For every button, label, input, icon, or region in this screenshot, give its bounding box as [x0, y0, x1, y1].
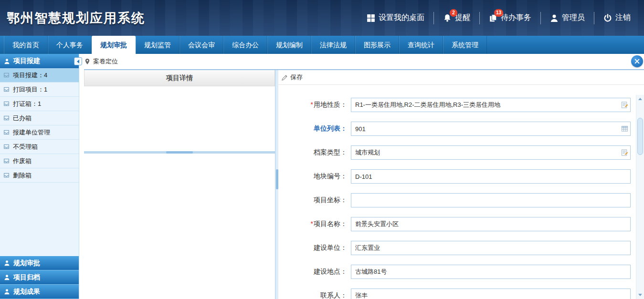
- reminders-button[interactable]: 2 提醒: [443, 13, 470, 23]
- chevron-left-icon: [77, 60, 79, 63]
- sidebar-item-deleted-box[interactable]: 删除箱: [0, 168, 79, 183]
- reminders-badge: 2: [450, 9, 457, 17]
- field-label-text: 联系人：: [320, 291, 347, 299]
- main-content: 案卷定位 项目详情: [79, 54, 644, 299]
- sidebar-section-planning-results[interactable]: 规划成果: [0, 285, 79, 299]
- sidebar-section-planning-approval[interactable]: 规划审批: [0, 256, 79, 270]
- desktop-grid-icon: [367, 14, 375, 22]
- sidebar-item-returned-projects[interactable]: 打回项目：1: [0, 82, 79, 97]
- set-desktop-label: 设置我的桌面: [379, 13, 424, 23]
- plot-number-label: 地块编号：: [278, 172, 351, 181]
- form-edit-icon[interactable]: [621, 102, 628, 109]
- table-select-icon[interactable]: [621, 125, 628, 133]
- archive-type-input[interactable]: [351, 145, 631, 160]
- logout-button[interactable]: 注销: [603, 13, 631, 23]
- scroll-down-button[interactable]: [636, 291, 644, 299]
- tab-query-statistics[interactable]: 查询统计: [399, 36, 443, 54]
- scrollbar-thumb[interactable]: [637, 118, 643, 155]
- field-label-text: 地块编号：: [314, 172, 347, 180]
- form-scrollbar[interactable]: [636, 95, 644, 299]
- project-detail-body: [84, 86, 275, 151]
- tab-meeting-review[interactable]: 会议会审: [179, 36, 223, 54]
- tab-graphic-display[interactable]: 图形展示: [355, 36, 399, 54]
- user-icon: [550, 14, 559, 22]
- form-edit-icon[interactable]: [621, 149, 628, 156]
- contact-person-input[interactable]: [351, 289, 631, 299]
- sidebar-section-label: 项目归档: [13, 273, 40, 282]
- project-detail-title: 项目详情: [84, 70, 275, 86]
- tab-planning-supervision[interactable]: 规划监管: [136, 36, 179, 54]
- todo-tasks-button[interactable]: 13 待办事务: [489, 13, 531, 23]
- tab-laws-regulations[interactable]: 法律法规: [311, 36, 355, 54]
- header-separator: [479, 12, 480, 24]
- sidebar-item-label: 报建单位管理: [13, 128, 50, 137]
- logout-label: 注销: [615, 13, 631, 23]
- plot-number-input[interactable]: [351, 169, 631, 184]
- app-header: 鄂州智慧规划应用系统 设置我的桌面 2 提醒 13: [0, 0, 644, 36]
- sidebar-item-label: 作废箱: [13, 157, 32, 165]
- arrow-down-icon: [638, 294, 642, 296]
- unit-list-label[interactable]: 单位列表：: [278, 124, 351, 133]
- tab-general-office[interactable]: 综合办公: [223, 36, 267, 54]
- project-detail-lower: [84, 154, 275, 299]
- form-row: 建设单位：: [278, 241, 631, 255]
- splitter-handle[interactable]: [166, 151, 193, 154]
- construction-unit-input[interactable]: [351, 241, 631, 255]
- construction-site-input[interactable]: [351, 265, 631, 279]
- sidebar-item-certificate-box[interactable]: 打证箱：1: [0, 97, 79, 111]
- close-icon[interactable]: [631, 55, 643, 67]
- contact-person-label: 联系人：: [278, 291, 351, 299]
- tab-system-management[interactable]: 系统管理: [443, 36, 487, 54]
- todo-tasks-badge: 13: [494, 9, 503, 17]
- sidebar: 项目报建 项目报建：4 打回项目：1 打证箱：1 已办箱 报建单位管理 不受理箱: [0, 54, 79, 299]
- sidebar-item-voided-box[interactable]: 作废箱: [0, 154, 79, 168]
- sidebar-item-not-accepted-box[interactable]: 不受理箱: [0, 140, 79, 154]
- sidebar-item-project-report-box[interactable]: 项目报建：4: [0, 68, 79, 82]
- field-label-text: 项目名称：: [314, 220, 347, 227]
- case-locate-toolbar: 案卷定位: [84, 54, 644, 70]
- header-separator: [433, 12, 434, 24]
- tray-icon: [3, 144, 10, 150]
- collapse-sidebar-button[interactable]: [74, 57, 82, 65]
- sidebar-header-project-report[interactable]: 项目报建: [0, 54, 79, 68]
- app-window: 鄂州智慧规划应用系统 设置我的桌面 2 提醒 13: [0, 0, 644, 299]
- todo-tasks-label: 待办事务: [501, 13, 531, 23]
- header-actions: 设置我的桌面 2 提醒 13 待办事务: [367, 12, 644, 24]
- land-use-label: *用地性质：: [278, 101, 351, 109]
- form-row: 档案类型：: [278, 145, 631, 160]
- save-button[interactable]: 保存: [281, 73, 303, 82]
- project-coordinates-input[interactable]: [351, 193, 631, 207]
- vertical-splitter[interactable]: [275, 70, 278, 299]
- field-label-text: 建设单位：: [314, 244, 347, 251]
- scroll-up-button[interactable]: [636, 95, 644, 103]
- project-name-input[interactable]: [351, 217, 631, 231]
- sidebar-header-label: 项目报建: [13, 57, 40, 65]
- sidebar-section-project-archive[interactable]: 项目归档: [0, 270, 79, 285]
- set-desktop-button[interactable]: 设置我的桌面: [367, 13, 424, 23]
- tab-planning-compilation[interactable]: 规划编制: [267, 36, 311, 54]
- tab-personal-affairs[interactable]: 个人事务: [48, 36, 92, 54]
- archive-type-label: 档案类型：: [278, 148, 351, 157]
- form-row: 联系人：: [278, 289, 631, 299]
- sidebar-item-label: 项目报建：4: [13, 71, 47, 80]
- construction-site-input-wrap: [351, 265, 631, 279]
- form-row: *项目名称：: [278, 217, 631, 231]
- form-row: 地块编号：: [278, 169, 631, 184]
- tab-my-home[interactable]: 我的首页: [4, 36, 48, 54]
- sidebar-item-unit-management[interactable]: 报建单位管理: [0, 125, 79, 140]
- save-label: 保存: [290, 73, 303, 82]
- horizontal-splitter[interactable]: [84, 151, 275, 154]
- tray-icon: [3, 129, 10, 135]
- tab-planning-approval[interactable]: 规划审批: [92, 36, 136, 54]
- sidebar-item-label: 打证箱：1: [13, 100, 41, 108]
- documents-icon: 13: [489, 14, 497, 22]
- field-label-text: 档案类型：: [314, 148, 347, 156]
- case-locate-label[interactable]: 案卷定位: [93, 57, 118, 66]
- construction-unit-label: 建设单位：: [278, 244, 351, 252]
- admin-user-button[interactable]: 管理员: [550, 13, 585, 23]
- land-use-input-wrap: [351, 98, 631, 112]
- location-pin-icon: [84, 58, 91, 65]
- unit-list-input[interactable]: [351, 122, 631, 136]
- land-use-input[interactable]: [351, 98, 631, 112]
- sidebar-item-completed-box[interactable]: 已办箱: [0, 111, 79, 125]
